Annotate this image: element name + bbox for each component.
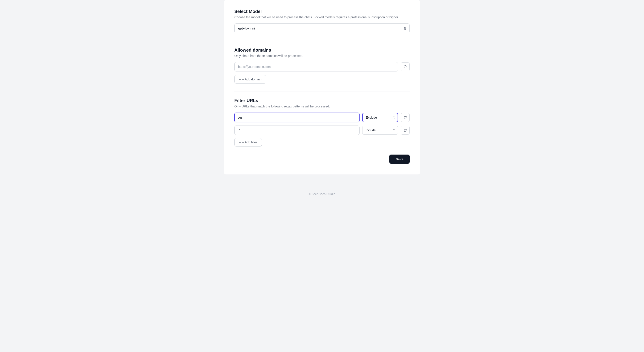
divider-1	[234, 41, 410, 41]
filter-pattern-input-1[interactable]	[234, 113, 360, 122]
domain-input[interactable]	[234, 62, 398, 71]
allowed-domains-description: Only chats from these domains will be pr…	[234, 54, 410, 58]
model-select-wrapper: gpt-4o-mini gpt-4o gpt-3.5-turbo ⇅	[234, 23, 410, 33]
allowed-domains-section: Allowed domains Only chats from these do…	[234, 48, 410, 84]
add-filter-plus-icon: +	[239, 141, 241, 144]
trash-icon	[404, 65, 407, 69]
filter-type-select-1[interactable]: Exclude Include	[362, 113, 398, 122]
domain-row	[234, 62, 410, 71]
filter-urls-description: Only URLs that match the following regex…	[234, 105, 410, 108]
add-domain-label: + Add domain	[242, 77, 262, 81]
model-select[interactable]: gpt-4o-mini gpt-4o gpt-3.5-turbo	[234, 23, 410, 33]
trash-icon-1	[404, 116, 407, 119]
filter-delete-button-2[interactable]	[401, 126, 410, 135]
filter-type-wrapper-2: Include Exclude ⇅	[362, 126, 398, 135]
add-domain-button[interactable]: + + Add domain	[234, 75, 266, 84]
filter-type-select-2[interactable]: Include Exclude	[362, 126, 398, 135]
domain-delete-button[interactable]	[401, 62, 410, 71]
select-model-description: Choose the model that will be used to pr…	[234, 15, 410, 19]
filter-urls-section: Filter URLs Only URLs that match the fol…	[234, 98, 410, 147]
filter-urls-title: Filter URLs	[234, 98, 410, 103]
save-row: Save	[234, 155, 410, 164]
select-model-section: Select Model Choose the model that will …	[234, 9, 410, 33]
add-domain-plus-icon: +	[239, 77, 241, 81]
trash-icon-2	[404, 128, 407, 132]
copyright-text: © TechDocs Studio	[308, 192, 335, 196]
allowed-domains-title: Allowed domains	[234, 48, 410, 53]
select-model-title: Select Model	[234, 9, 410, 14]
add-filter-button[interactable]: + + Add filter	[234, 138, 262, 147]
footer: © TechDocs Studio	[308, 192, 335, 196]
filter-row-1: Exclude Include ⇅	[234, 113, 410, 122]
divider-2	[234, 92, 410, 92]
filter-delete-button-1[interactable]	[401, 113, 410, 122]
filter-type-wrapper-1: Exclude Include ⇅	[362, 113, 398, 122]
save-button[interactable]: Save	[389, 155, 410, 164]
filter-row-2: Include Exclude ⇅	[234, 126, 410, 135]
filter-pattern-input-2[interactable]	[234, 126, 360, 135]
add-filter-label: + Add filter	[242, 141, 257, 144]
